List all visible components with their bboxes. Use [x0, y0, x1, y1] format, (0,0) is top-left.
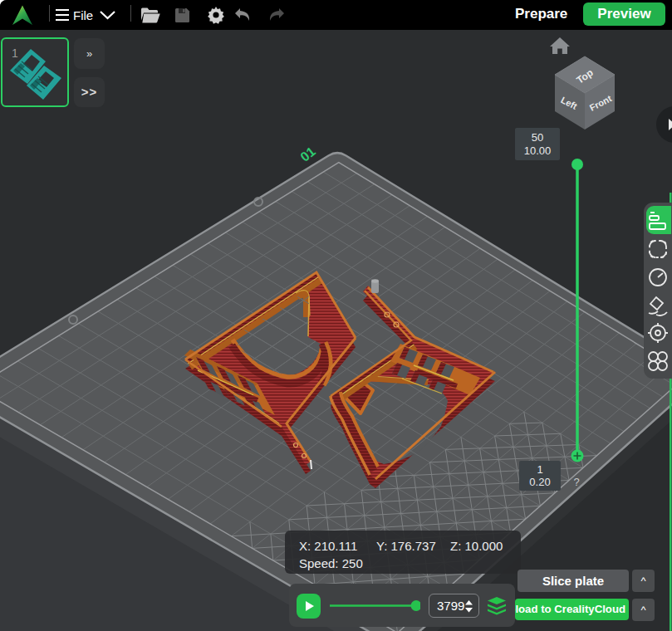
svg-text:?: ?: [573, 476, 579, 488]
svg-text:0.20: 0.20: [529, 476, 550, 488]
svg-text:10.00: 10.00: [524, 144, 552, 157]
svg-text:50: 50: [532, 131, 543, 144]
svg-text:1: 1: [537, 463, 542, 476]
